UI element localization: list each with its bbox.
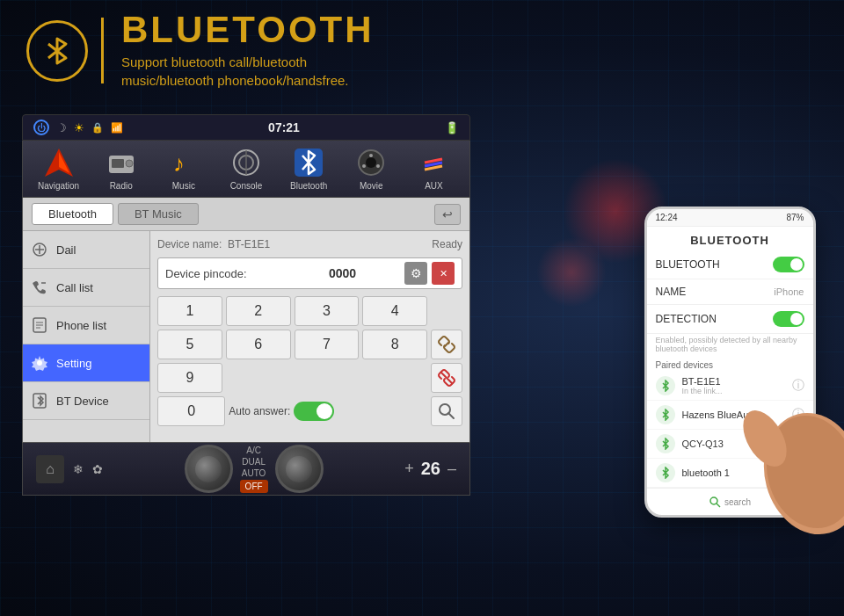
nav-item-aux[interactable]: AUX — [407, 147, 460, 191]
aux-label: AUX — [425, 181, 443, 191]
phone-detection-toggle[interactable] — [773, 311, 804, 327]
sidebar-item-call-list[interactable]: Call list — [23, 269, 149, 307]
home-button[interactable]: ⌂ — [36, 455, 64, 483]
svg-point-13 — [376, 164, 380, 168]
phone-call-icon — [30, 240, 49, 259]
ac-controls: A/C DUAL AUTO OFF — [240, 446, 268, 493]
moon-icon: ☽ — [56, 121, 67, 134]
action-buttons — [431, 296, 462, 426]
key-3[interactable]: 3 — [295, 296, 360, 326]
sidebar-item-setting[interactable]: Setting — [23, 344, 149, 382]
phone-bt-row: BLUETOOTH — [656, 254, 804, 275]
navigation-label: Navigation — [38, 181, 79, 191]
call-list-icon — [30, 278, 49, 297]
auto-label: AUTO — [242, 468, 266, 478]
bt-main-area: Device name: BT-E1E1 Ready Device pincod… — [150, 231, 469, 442]
nav-item-movie[interactable]: Movie — [345, 147, 397, 191]
bt-sidebar: Dail Call list — [23, 231, 150, 442]
phone-bt-toggle[interactable] — [773, 257, 804, 272]
aux-icon — [418, 147, 449, 178]
pincode-row: Device pincode: 0000 ⚙ ✕ — [157, 257, 462, 289]
phone-name-section: NAME iPhone — [647, 279, 813, 305]
svg-rect-3 — [112, 159, 124, 168]
svg-point-11 — [366, 157, 376, 168]
key-6[interactable]: 6 — [226, 330, 291, 359]
movie-label: Movie — [360, 181, 383, 191]
right-knob[interactable] — [275, 445, 324, 493]
ac-off-button[interactable]: OFF — [240, 480, 268, 493]
bottom-bar: ⌂ ❄ ✿ A/C DUAL AUTO OFF + — [22, 443, 470, 496]
pincode-settings-button[interactable]: ⚙ — [404, 262, 427, 285]
pincode-delete-button[interactable]: ✕ — [432, 262, 455, 285]
sidebar-item-phone-list[interactable]: Phone list — [23, 307, 149, 344]
knob-inner — [195, 456, 222, 482]
search-button[interactable] — [431, 396, 462, 426]
console-label: Console — [230, 181, 263, 191]
key-8[interactable]: 8 — [362, 330, 427, 359]
power-button[interactable]: ⏻ — [33, 120, 49, 135]
status-bar: ⏻ ☽ ☀ 🔒 📶 07:21 🔋 — [22, 114, 470, 141]
nav-item-bluetooth[interactable]: Bluetooth — [282, 147, 335, 191]
header-divider — [101, 18, 104, 83]
bottom-right-controls: + 26 – — [404, 459, 456, 479]
tab-bt-music[interactable]: BT Music — [118, 203, 199, 225]
phone-detection-row: DETECTION — [656, 308, 804, 330]
phone-status-bar: 12:24 87% — [647, 209, 813, 227]
device-bt-icon-3 — [656, 434, 675, 453]
bt-panel-header: Bluetooth BT Music ↩ — [23, 198, 469, 231]
key-9[interactable]: 9 — [157, 363, 222, 393]
svg-rect-27 — [33, 394, 46, 408]
music-icon: ♪ — [168, 147, 200, 178]
device-info-row: Device name: BT-E1E1 Ready — [157, 238, 462, 250]
tab-bluetooth[interactable]: Bluetooth — [32, 203, 113, 225]
phone-list-icon — [30, 315, 49, 335]
device-bt-icon-4 — [656, 463, 675, 482]
sidebar-item-bt-device[interactable]: BT Device — [23, 382, 149, 420]
nav-item-navigation[interactable]: Navigation — [33, 147, 85, 191]
dual-label: DUAL — [242, 457, 266, 467]
svg-line-28 — [444, 342, 449, 347]
volume-number: 26 — [421, 459, 440, 479]
setting-gear-icon — [30, 353, 49, 373]
device-bt-icon-1 — [656, 376, 675, 395]
key-4[interactable]: 4 — [362, 296, 427, 326]
sidebar-item-dail[interactable]: Dail — [23, 231, 149, 269]
radio-icon — [106, 147, 137, 178]
bluetooth-nav-icon — [293, 147, 324, 178]
svg-point-14 — [362, 164, 366, 168]
car-unit: ⏻ ☽ ☀ 🔒 📶 07:21 🔋 Navigation — [22, 114, 470, 496]
key-1[interactable]: 1 — [157, 296, 222, 326]
volume-minus-icon: – — [447, 460, 456, 478]
header-text: BLUETOOTH Support bluetooth call/bluetoo… — [121, 11, 375, 90]
bt-tabs: Bluetooth BT Music — [32, 203, 199, 225]
nav-item-console[interactable]: Console — [220, 147, 273, 191]
key-5[interactable]: 5 — [157, 330, 222, 359]
left-knob[interactable] — [185, 445, 233, 493]
phone-mockup: 12:24 87% BLUETOOTH BLUETOOTH NAME iPhon… — [629, 207, 831, 518]
keypad-grid: 1 2 3 4 5 6 7 8 9 — [157, 296, 427, 393]
nav-item-radio[interactable]: Radio — [95, 147, 148, 191]
key-2[interactable]: 2 — [226, 296, 291, 326]
bluetooth-logo — [26, 20, 88, 82]
auto-answer-label: Auto answer: — [229, 405, 290, 417]
hand-illustration — [717, 359, 844, 535]
device-bt-icon-2 — [656, 405, 675, 424]
auto-answer-toggle[interactable] — [294, 402, 334, 421]
phone-bt-label: BLUETOOTH — [656, 258, 720, 271]
phone-name-label: NAME — [656, 286, 687, 298]
key-0[interactable]: 0 — [157, 396, 225, 426]
phone-name-row: NAME iPhone — [656, 283, 804, 301]
auto-answer-row: Auto answer: — [229, 396, 427, 426]
svg-point-12 — [369, 154, 373, 157]
unlink-button[interactable] — [431, 363, 462, 393]
back-button[interactable]: ↩ — [434, 204, 461, 225]
bluetooth-symbol-icon — [40, 33, 75, 69]
phone-time: 12:24 — [656, 213, 678, 222]
lock-icon: 🔒 — [91, 122, 104, 134]
bottom-left-controls: ⌂ ❄ ✿ — [36, 455, 103, 483]
link-button[interactable] — [431, 330, 462, 359]
nav-item-music[interactable]: ♪ Music — [157, 147, 210, 191]
wifi-icon: 📶 — [111, 122, 123, 134]
phone-name-value: iPhone — [774, 286, 804, 297]
key-7[interactable]: 7 — [295, 330, 360, 359]
